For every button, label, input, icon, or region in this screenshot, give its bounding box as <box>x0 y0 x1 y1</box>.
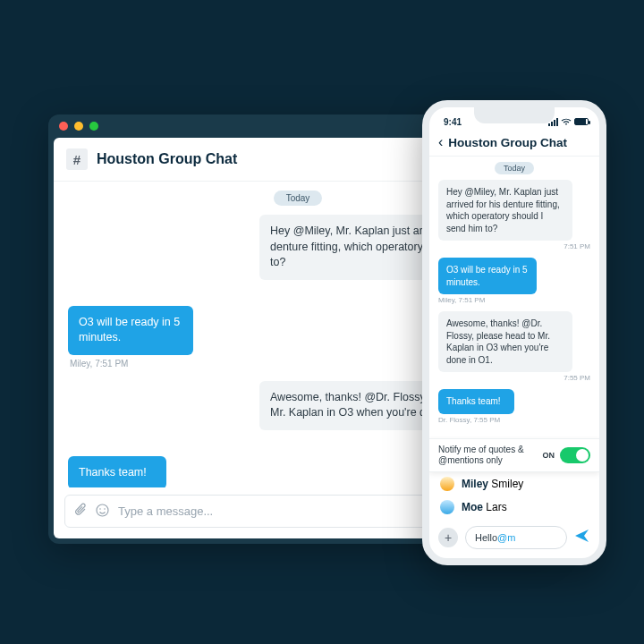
channel-hash-icon: # <box>66 148 88 170</box>
chat-title: Houston Group Chat <box>97 151 441 167</box>
phone-mock: 9:41 ‹ Houston Group Chat Today Hey @Mil… <box>422 100 606 565</box>
close-icon[interactable] <box>59 122 68 131</box>
message-meta: Miley, 7:51 PM <box>438 296 590 304</box>
avatar <box>440 477 454 491</box>
emoji-icon[interactable] <box>96 504 109 520</box>
wifi-icon <box>561 118 572 126</box>
message-meta: Dr. Flossy, 7:55 PM <box>438 416 590 424</box>
message-timestamp: 7:55 PM <box>438 374 590 382</box>
avatar <box>440 500 454 514</box>
send-button[interactable] <box>574 529 590 547</box>
notification-toggle[interactable] <box>560 447 590 463</box>
phone-composer: + Hello @m <box>429 519 599 558</box>
back-icon[interactable]: ‹ <box>438 134 443 150</box>
mention-suggestion[interactable]: Miley Smiley <box>429 472 599 496</box>
message-outgoing: O3 will be ready in 5 minutes. <box>438 258 537 294</box>
attach-icon[interactable] <box>74 503 87 520</box>
battery-icon <box>574 118 589 125</box>
message-timestamp: 7:51 PM <box>438 242 590 250</box>
phone-message-list: Today Hey @Miley, Mr. Kaplan just arrive… <box>429 157 599 438</box>
phone-notch <box>474 107 555 123</box>
notification-state: ON <box>543 451 555 460</box>
notification-toggle-row: Notify me of quotes & @mentions only ON <box>429 438 599 472</box>
svg-point-5 <box>104 508 106 510</box>
status-clock: 9:41 <box>444 117 462 127</box>
add-attachment-button[interactable]: + <box>438 528 458 547</box>
message-outgoing: Thanks team! <box>68 456 166 488</box>
phone-chat-title: Houston Group Chat <box>448 136 567 149</box>
phone-chat-header: ‹ Houston Group Chat <box>429 131 599 157</box>
svg-point-4 <box>99 508 101 510</box>
date-separator: Today <box>495 162 534 174</box>
maximize-icon[interactable] <box>89 122 98 131</box>
svg-point-3 <box>97 504 108 516</box>
phone-text-input[interactable]: Hello @m <box>465 526 567 549</box>
mention-suggestion[interactable]: Moe Lars <box>429 496 599 519</box>
message-incoming: Hey @Miley, Mr. Kaplan just arrived for … <box>438 180 572 241</box>
notification-label: Notify me of quotes & @mentions only <box>438 445 543 466</box>
message-outgoing: O3 will be ready in 5 minutes. <box>68 306 193 355</box>
message-incoming: Awesome, thanks! @Dr. Flossy, please hea… <box>438 311 572 372</box>
message-outgoing: Thanks team! <box>438 389 514 414</box>
minimize-icon[interactable] <box>74 122 83 131</box>
date-separator: Today <box>274 191 323 206</box>
